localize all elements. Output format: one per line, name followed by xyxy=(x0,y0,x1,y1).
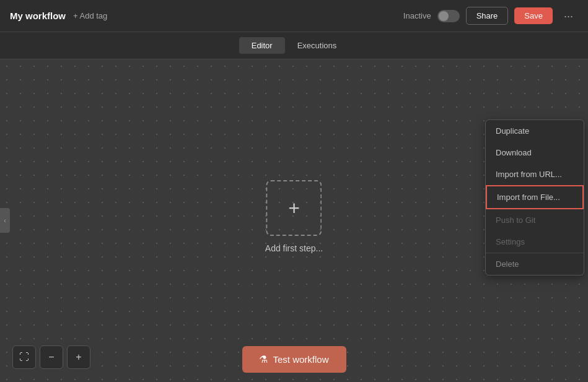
menu-item-import-url[interactable]: Import from URL... xyxy=(486,163,584,185)
add-tag-button[interactable]: + Add tag xyxy=(73,11,107,20)
left-panel-handle[interactable]: ‹ xyxy=(0,208,10,233)
zoom-out-icon: − xyxy=(48,352,54,363)
header-right: Inactive Share Save ··· xyxy=(403,7,578,25)
menu-item-settings: Settings xyxy=(486,231,584,253)
fit-icon: ⛶ xyxy=(19,352,29,363)
flask-icon: ⚗ xyxy=(259,354,268,365)
add-step-label: Add first step... xyxy=(265,243,323,253)
test-workflow-label: Test workflow xyxy=(273,354,328,365)
zoom-controls: ⛶ − + xyxy=(12,345,90,369)
workflow-title: My workflow xyxy=(10,11,66,21)
share-button[interactable]: Share xyxy=(466,7,509,25)
more-options-button[interactable]: ··· xyxy=(559,8,578,24)
menu-item-duplicate[interactable]: Duplicate xyxy=(486,120,584,142)
plus-icon: + xyxy=(288,197,300,220)
dropdown-menu: Duplicate Download Import from URL... Im… xyxy=(485,119,584,276)
inactive-label: Inactive xyxy=(403,11,431,20)
test-workflow-button[interactable]: ⚗ Test workflow xyxy=(242,346,346,373)
header: My workflow + Add tag Inactive Share Sav… xyxy=(0,0,588,32)
fit-to-screen-button[interactable]: ⛶ xyxy=(12,345,36,369)
tabs-bar: Editor Executions xyxy=(0,32,588,59)
menu-item-import-file[interactable]: Import from File... xyxy=(486,185,584,209)
zoom-in-icon: + xyxy=(76,352,81,363)
menu-item-delete[interactable]: Delete xyxy=(486,253,584,275)
add-step-container: + Add first step... xyxy=(265,180,323,253)
zoom-out-button[interactable]: − xyxy=(40,345,63,369)
menu-item-push-to-git: Push to Git xyxy=(486,209,584,231)
zoom-in-button[interactable]: + xyxy=(67,345,90,369)
canvas: ‹ + Add first step... ⛶ − + ⚗ Test workf… xyxy=(0,59,588,381)
add-first-step-button[interactable]: + xyxy=(266,180,322,236)
save-button[interactable]: Save xyxy=(514,7,553,24)
tab-executions[interactable]: Executions xyxy=(285,37,349,54)
inactive-toggle[interactable] xyxy=(437,10,460,22)
menu-item-download[interactable]: Download xyxy=(486,142,584,163)
tab-editor[interactable]: Editor xyxy=(239,37,285,54)
